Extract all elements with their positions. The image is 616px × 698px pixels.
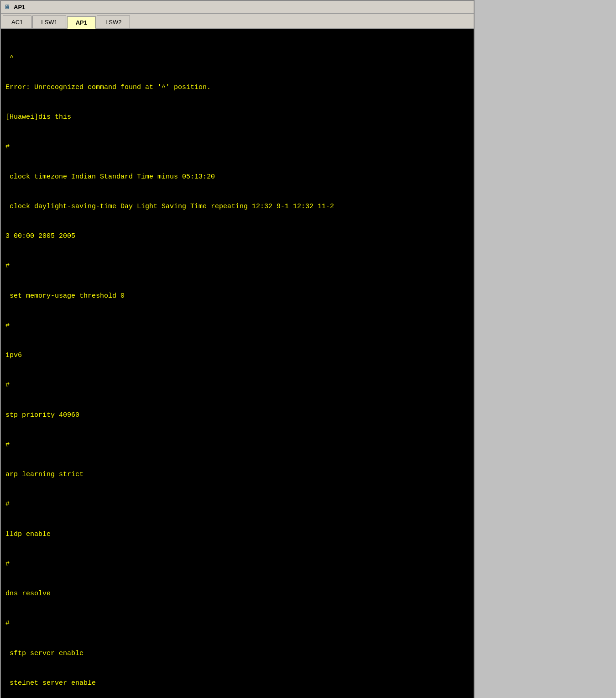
terminal-line: #: [5, 619, 469, 629]
terminal-line: #: [5, 261, 469, 271]
terminal-line: ^: [5, 53, 469, 63]
terminal-line: Error: Unrecognized command found at '^'…: [5, 83, 469, 93]
main-window: 🖥 AP1 AC1 LSW1 AP1 LSW2 ^ Error: Unrecog…: [0, 0, 475, 698]
tab-ap1[interactable]: AP1: [67, 16, 96, 29]
terminal-line: set memory-usage threshold 0: [5, 291, 469, 301]
tabs-bar: AC1 LSW1 AP1 LSW2: [1, 14, 474, 29]
window-title: AP1: [14, 4, 25, 10]
terminal-line: arp learning strict: [5, 470, 469, 480]
tab-lsw2[interactable]: LSW2: [97, 16, 130, 28]
terminal-line: stp priority 40960: [5, 410, 469, 420]
terminal-line: lldp enable: [5, 530, 469, 540]
title-bar: 🖥 AP1: [1, 1, 474, 14]
terminal-output: ^ Error: Unrecognized command found at '…: [1, 29, 474, 698]
terminal-line: #: [5, 321, 469, 331]
terminal-line: #: [5, 142, 469, 152]
terminal-line: #: [5, 559, 469, 569]
terminal-line: sftp server enable: [5, 649, 469, 659]
terminal-line: clock timezone Indian Standard Time minu…: [5, 172, 469, 182]
terminal-line: dns resolve: [5, 589, 469, 599]
terminal-line: 3 00:00 2005 2005: [5, 231, 469, 241]
terminal-line: stelnet server enable: [5, 678, 469, 688]
terminal-line: #: [5, 380, 469, 390]
terminal-line: #: [5, 499, 469, 509]
terminal-line: #: [5, 440, 469, 450]
terminal-line: [Huawei]dis this: [5, 112, 469, 122]
window-icon: 🖥: [4, 4, 11, 11]
tab-ac1[interactable]: AC1: [3, 16, 31, 28]
terminal-line: ipv6: [5, 351, 469, 361]
tab-lsw1[interactable]: LSW1: [32, 16, 66, 28]
terminal-line: clock daylight-saving-time Day Light Sav…: [5, 202, 469, 212]
